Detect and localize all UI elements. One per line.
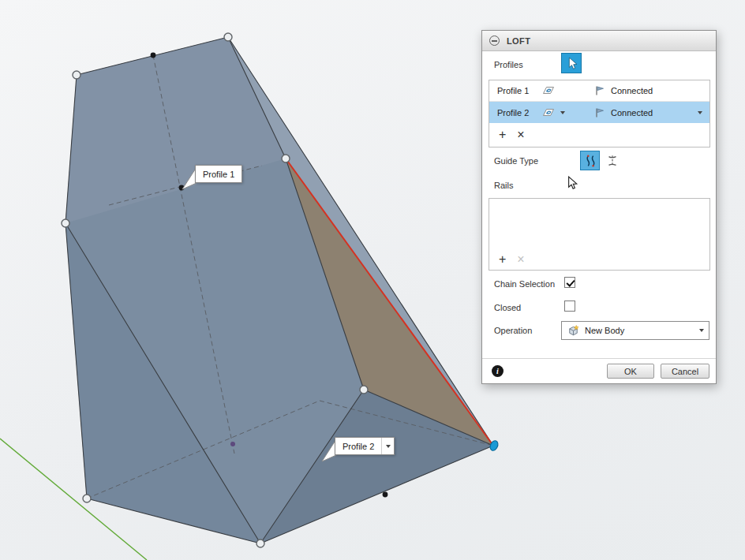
collapse-icon[interactable] xyxy=(489,35,500,46)
profile-row-2-name: Profile 2 xyxy=(489,108,541,118)
operation-label: Operation xyxy=(494,325,532,336)
profile-row-1[interactable]: Profile 1 Connected xyxy=(489,80,709,102)
guide-centerline-icon xyxy=(605,154,620,168)
ok-button[interactable]: OK xyxy=(607,364,654,379)
remove-profile-button[interactable]: × xyxy=(517,129,524,141)
chevron-down-icon xyxy=(699,329,704,332)
chain-selection-checkbox[interactable] xyxy=(564,277,575,288)
profile2-tag-label: Profile 2 xyxy=(335,442,381,451)
profile-row-2-status: Connected xyxy=(608,108,653,118)
cancel-button[interactable]: Cancel xyxy=(661,364,709,379)
chevron-down-icon[interactable] xyxy=(698,111,702,114)
add-rail-button[interactable]: + xyxy=(499,253,506,266)
profile-row-1-status: Connected xyxy=(608,86,653,95)
profile2-tag-dropdown[interactable] xyxy=(381,438,394,454)
profiles-table: Profile 1 Connected Profile 2 xyxy=(489,80,710,147)
operation-value: New Body xyxy=(585,326,624,335)
new-body-icon xyxy=(567,324,580,338)
profiles-select-button[interactable] xyxy=(561,53,582,73)
sketch-point[interactable] xyxy=(230,442,235,446)
operation-dropdown[interactable]: New Body xyxy=(561,321,709,340)
profile-row-1-name: Profile 1 xyxy=(489,86,541,95)
profile-row-2[interactable]: Profile 2 Connected xyxy=(489,102,709,123)
minus-glyph xyxy=(492,40,497,42)
dialog-header[interactable]: LOFT xyxy=(482,31,716,51)
rails-label: Rails xyxy=(494,180,513,191)
chevron-down-icon[interactable] xyxy=(560,111,565,114)
chevron-down-icon xyxy=(386,445,391,448)
guide-type-label: Guide Type xyxy=(494,155,538,166)
remove-rail-button[interactable]: × xyxy=(517,253,524,266)
chain-selection-label: Chain Selection xyxy=(494,278,555,289)
profile1-tag[interactable]: Profile 1 xyxy=(195,165,242,183)
guide-type-centerline-button[interactable] xyxy=(602,151,622,170)
closed-checkbox[interactable] xyxy=(564,301,575,312)
profile1-tag-label: Profile 1 xyxy=(196,170,241,179)
profile2-tag[interactable]: Profile 2 xyxy=(335,437,395,455)
guide-rails-icon xyxy=(583,154,597,168)
rails-select-cursor-icon[interactable] xyxy=(564,176,578,190)
dialog-title: LOFT xyxy=(507,36,530,46)
sketch-profile-icon xyxy=(541,106,556,120)
dialog-footer: i OK Cancel xyxy=(482,358,716,383)
cursor-icon xyxy=(565,57,578,70)
sketch-profile-icon xyxy=(541,84,556,98)
guide-type-rails-button[interactable] xyxy=(580,151,600,170)
loft-body[interactable] xyxy=(66,37,493,543)
rails-list-box[interactable]: + × xyxy=(489,198,710,271)
connected-flag-icon xyxy=(593,106,606,119)
connected-flag-icon xyxy=(593,84,606,97)
closed-label: Closed xyxy=(494,302,521,313)
info-icon[interactable]: i xyxy=(492,365,504,377)
profiles-label: Profiles xyxy=(494,59,523,70)
loft-dialog: LOFT Profiles Profile 1 Connected xyxy=(481,30,717,384)
add-profile-button[interactable]: + xyxy=(499,129,506,141)
